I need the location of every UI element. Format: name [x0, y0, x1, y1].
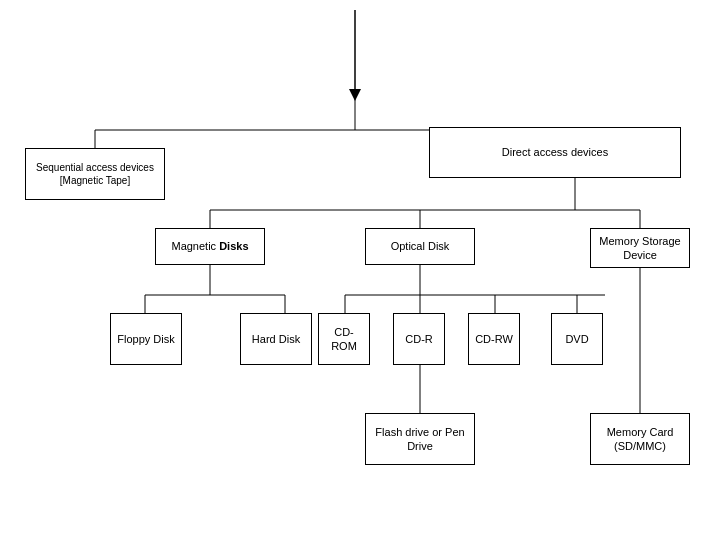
flash-drive-box: Flash drive or Pen Drive: [365, 413, 475, 465]
magnetic-disks-box: Magnetic Disks: [155, 228, 265, 265]
hard-disk-box: Hard Disk: [240, 313, 312, 365]
dvd-box: DVD: [551, 313, 603, 365]
magnetic-disks-label: Magnetic Disks: [171, 239, 248, 253]
memory-card-box: Memory Card (SD/MMC): [590, 413, 690, 465]
cd-rw-box: CD-RW: [468, 313, 520, 365]
optical-disk-box: Optical Disk: [365, 228, 475, 265]
floppy-box: Floppy Disk: [110, 313, 182, 365]
memory-storage-box: Memory Storage Device: [590, 228, 690, 268]
direct-box: Direct access devices: [429, 127, 681, 178]
cd-rom-box: CD- ROM: [318, 313, 370, 365]
cd-r-box: CD-R: [393, 313, 445, 365]
sequential-box: Sequential access devices [Magnetic Tape…: [25, 148, 165, 200]
diagram: Sequential access devices [Magnetic Tape…: [0, 0, 720, 540]
